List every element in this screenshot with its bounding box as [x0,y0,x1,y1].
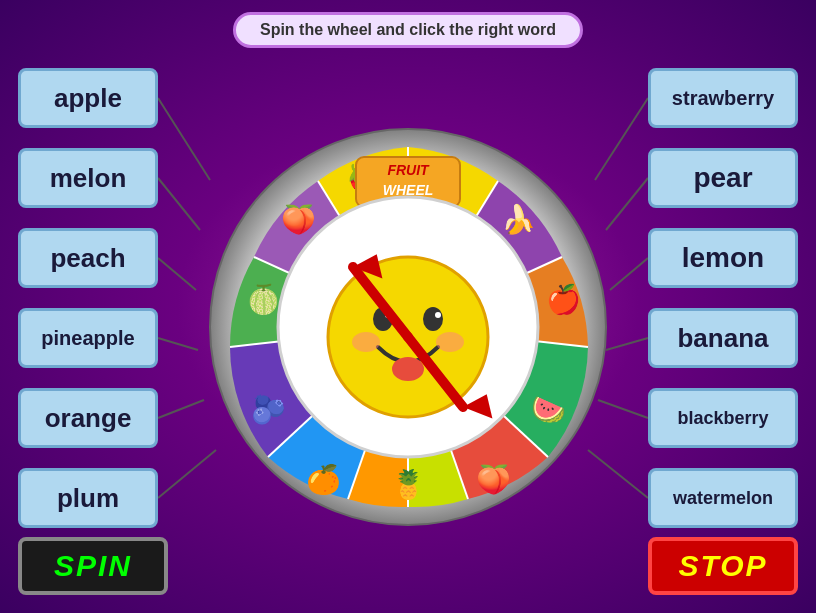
svg-line-7 [606,178,648,230]
svg-point-45 [392,357,424,381]
word-button-plum[interactable]: plum [18,468,158,528]
spin-button[interactable]: SPIN [18,537,168,595]
word-button-orange[interactable]: orange [18,388,158,448]
word-button-apple[interactable]: apple [18,68,158,128]
word-button-lemon[interactable]: lemon [648,228,798,288]
word-button-strawberry[interactable]: strawberry [648,68,798,128]
stop-button[interactable]: STOP [648,537,798,595]
svg-text:🍉: 🍉 [531,393,566,426]
svg-text:🍌: 🍌 [501,203,536,236]
svg-line-1 [158,178,200,230]
word-button-banana[interactable]: banana [648,308,798,368]
svg-point-47 [436,332,464,352]
svg-text:🍍: 🍍 [391,468,426,501]
svg-point-42 [423,307,443,331]
header-container: Spin the wheel and click the right word [233,12,583,48]
header-text: Spin the wheel and click the right word [260,21,556,38]
svg-text:🍑: 🍑 [476,463,511,496]
svg-line-3 [158,338,198,350]
svg-point-44 [435,312,441,318]
word-button-blackberry[interactable]: blackberry [648,388,798,448]
word-button-pear[interactable]: pear [648,148,798,208]
svg-line-2 [158,258,196,290]
svg-text:🍑: 🍑 [281,203,316,236]
word-button-pineapple[interactable]: pineapple [18,308,158,368]
svg-line-0 [158,98,210,180]
svg-text:FRUIT: FRUIT [387,162,430,178]
wheel-container[interactable]: 🍋 🍌 🍎 🍉 🍑 🍍 🍊 🫐 🍈 🍑 🍓 FRUIT WHEEL [208,127,608,527]
wheel-svg: 🍋 🍌 🍎 🍉 🍑 🍍 🍊 🫐 🍈 🍑 🍓 FRUIT WHEEL [208,127,608,527]
svg-line-8 [610,258,648,290]
stop-button-label: STOP [678,549,767,583]
svg-point-46 [352,332,380,352]
svg-text:🍈: 🍈 [246,283,281,316]
spin-button-label: SPIN [54,549,132,583]
svg-line-9 [606,338,648,350]
word-button-melon[interactable]: melon [18,148,158,208]
svg-text:🍎: 🍎 [546,283,581,316]
word-button-watermelon[interactable]: watermelon [648,468,798,528]
svg-line-4 [158,400,204,418]
word-button-peach[interactable]: peach [18,228,158,288]
svg-text:🍊: 🍊 [306,463,341,496]
svg-text:🫐: 🫐 [251,393,286,426]
